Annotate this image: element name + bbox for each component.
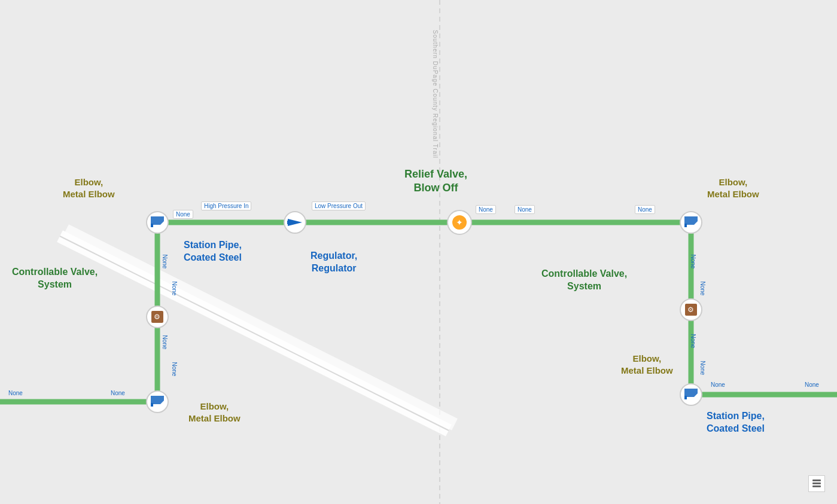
svg-point-16 [147,391,168,413]
svg-rect-26 [151,311,163,323]
layers-icon [811,478,822,489]
svg-point-14 [147,306,168,328]
map-container: Southern DuPage County Regional Trail [0,0,837,504]
svg-point-12 [284,212,306,233]
map-layers-button[interactable] [808,475,825,492]
svg-rect-23 [287,221,290,224]
pipe-label-low-pressure: Low Pressure Out [312,201,366,210]
svg-marker-22 [288,219,302,226]
svg-rect-21 [684,224,687,227]
none-label-right-2: None [699,282,706,296]
none-label-right-1: None [690,255,696,269]
svg-rect-36 [812,485,821,487]
svg-marker-20 [684,216,698,225]
label-elbow-mid-right: Elbow,Metal Elbow [621,353,673,376]
none-label-bottom-left-near: None [111,390,125,396]
svg-point-10 [147,212,168,233]
none-label-left-1: None [162,255,168,269]
map-tools [808,475,825,492]
none-label-bottom-right-far: None [805,381,819,388]
svg-marker-18 [151,216,164,225]
svg-rect-31 [151,403,153,407]
svg-point-17 [680,384,702,405]
svg-rect-19 [151,224,153,227]
label-controllable-valve-right: Controllable Valve,System [541,268,627,293]
none-label-left-3: None [162,335,168,350]
pipe-label-none-2: None [476,205,496,214]
svg-point-13 [448,210,471,234]
none-label-bottom-right-near: None [711,381,725,388]
pipe-label-none-1: None [173,210,193,219]
none-label-right-3: None [690,334,696,349]
label-station-pipe-left: Station Pipe,Coated Steel [184,239,242,264]
none-label-left-4: None [171,362,178,377]
pipe-label-none-3: None [515,205,535,214]
svg-text:Southern DuPage County Regiona: Southern DuPage County Regional Trail [432,30,439,158]
label-elbow-top-right: Elbow,Metal Elbow [707,176,759,200]
svg-point-11 [680,212,702,233]
svg-marker-32 [684,389,698,397]
svg-rect-28 [685,304,697,316]
svg-point-24 [452,215,467,230]
svg-line-2 [60,236,449,430]
svg-marker-30 [151,396,164,404]
svg-rect-33 [684,396,687,399]
svg-point-15 [680,299,702,320]
label-station-pipe-right: Station Pipe,Coated Steel [707,410,765,435]
svg-text:✦: ✦ [456,218,463,227]
svg-line-3 [60,236,449,430]
label-regulator: Regulator,Regulator [311,250,357,275]
label-controllable-valve-left: Controllable Valve,System [12,266,98,291]
pipe-label-none-4: None [635,205,655,214]
label-relief-valve: Relief Valve,Blow Off [404,167,467,196]
none-label-bottom-left-far: None [8,390,23,396]
svg-text:⚙: ⚙ [687,306,694,314]
label-elbow-top-left: Elbow,Metal Elbow [63,176,115,200]
svg-rect-35 [812,482,821,484]
none-label-left-2: None [171,282,178,296]
pipe-label-high-pressure: High Pressure In [201,201,251,210]
svg-text:⚙: ⚙ [154,313,160,321]
none-label-right-4: None [699,361,706,375]
svg-rect-34 [812,479,821,481]
label-elbow-bottom-left: Elbow,Metal Elbow [188,401,241,424]
